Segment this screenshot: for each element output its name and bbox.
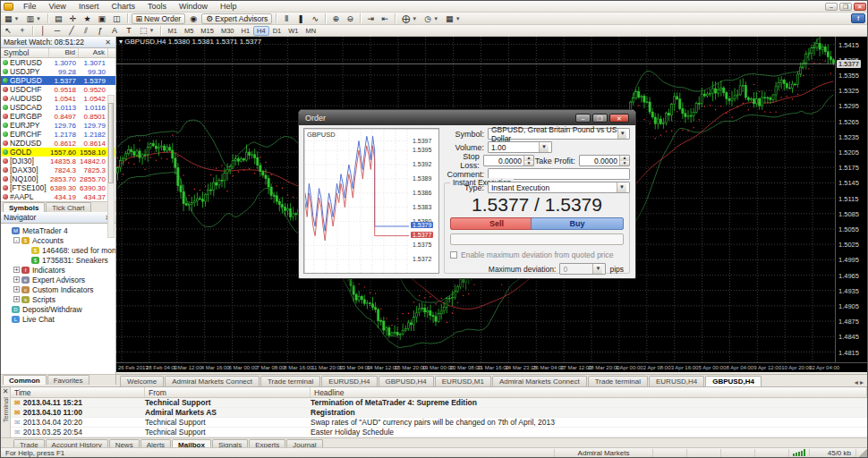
column-headline[interactable]: Headline xyxy=(311,387,867,397)
terminal-toggle[interactable]: ▣ xyxy=(96,13,109,24)
templates-button[interactable]: ▦▼ xyxy=(443,13,463,24)
horizontal-line-tool[interactable]: ─ xyxy=(51,25,64,36)
zoom-in-button[interactable]: ⊕ xyxy=(329,13,342,24)
mail-row[interactable]: ✉2013.04.11 15:21Technical SupportTermin… xyxy=(11,398,867,408)
timeframe-h4[interactable]: H4 xyxy=(253,26,269,36)
market-watch-row[interactable]: EURUSD1.30701.3071 xyxy=(1,58,115,67)
expander-icon[interactable]: + xyxy=(13,267,20,273)
mail-row[interactable]: ✉2013.04.04 20:20Technical SupportSwap r… xyxy=(11,418,867,428)
take-profit-input[interactable]: 0.0000 ▲▼ xyxy=(579,155,630,166)
chart-tab-gbpusd-h4[interactable]: GBPUSD,H4 xyxy=(705,376,762,386)
market-watch-close-icon[interactable]: ✕ xyxy=(103,38,113,47)
column-bid[interactable]: Bid xyxy=(49,48,79,57)
menu-help[interactable]: Help xyxy=(214,1,243,12)
chevron-down-icon[interactable]: ▼ xyxy=(36,16,41,21)
mail-row[interactable]: ✉2013.04.10 11:00Admiral Markets ASRegis… xyxy=(11,408,867,418)
trendline-tool[interactable]: ╱ xyxy=(65,25,78,36)
timeframe-m1[interactable]: M1 xyxy=(164,26,180,36)
tree-item-scripts[interactable]: +sScripts xyxy=(1,294,115,304)
menu-charts[interactable]: Charts xyxy=(105,1,141,12)
community-icon[interactable]: f xyxy=(851,13,865,23)
dialog-maximize-button[interactable]: ❐ xyxy=(592,114,608,123)
expander-icon[interactable]: + xyxy=(13,276,20,283)
chart-tab-eurusd-h4[interactable]: EURUSD,H4 xyxy=(649,376,704,386)
crosshair-tool[interactable]: + xyxy=(16,25,29,36)
menu-view[interactable]: View xyxy=(43,1,72,12)
order-type-select[interactable]: Instant Execution▼ xyxy=(488,182,630,193)
text-tool[interactable]: A xyxy=(108,25,121,36)
chevron-down-icon[interactable]: ▼ xyxy=(539,142,549,152)
chevron-down-icon[interactable]: ▼ xyxy=(617,129,626,139)
tab-symbols[interactable]: Symbols xyxy=(3,202,45,212)
new-order-button[interactable]: ⊞New Order xyxy=(132,13,186,24)
dialog-minimize-button[interactable]: – xyxy=(575,114,591,123)
chevron-down-icon[interactable]: ▼ xyxy=(592,264,602,274)
deviation-checkbox[interactable] xyxy=(450,251,457,259)
expert-advisors-button[interactable]: ⚙Expert Advisors xyxy=(201,13,272,24)
sell-button[interactable]: Sell xyxy=(450,217,543,230)
tree-item-indicators[interactable]: +fIndicators xyxy=(1,265,115,275)
candlestick-button[interactable]: ❚ xyxy=(294,13,307,24)
tab-favorites[interactable]: Favorites xyxy=(47,375,89,385)
bar-chart-button[interactable]: ⦀ xyxy=(280,13,293,24)
tree-item-live-chat[interactable]: LLive Chat xyxy=(1,314,115,324)
strategy-tester-toggle[interactable]: ◫ xyxy=(110,13,123,24)
price-scale[interactable]: 1.54151.53851.53551.53251.52951.52651.52… xyxy=(835,37,867,362)
vertical-line-tool[interactable]: │ xyxy=(37,25,49,36)
order-dialog-titlebar[interactable]: Order – ❐ ✕ xyxy=(299,110,635,125)
market-watch-toggle[interactable]: ▤ xyxy=(52,13,65,24)
tree-item-accounts[interactable]: -$Accounts xyxy=(1,235,115,245)
zoom-out-button[interactable]: ⊖ xyxy=(344,13,356,24)
market-watch-row[interactable]: NZDUSD0.86120.8614 xyxy=(1,139,115,148)
market-watch-row[interactable]: [FTSE100]6389.306390.30 xyxy=(1,183,115,192)
dialog-close-button[interactable]: ✕ xyxy=(609,114,629,123)
expander-icon[interactable]: + xyxy=(13,286,20,293)
chevron-down-icon[interactable]: ▼ xyxy=(617,182,626,192)
market-watch-row[interactable]: AUDUSD1.05411.0542 xyxy=(1,94,115,103)
timeframe-m15[interactable]: M15 xyxy=(197,26,217,36)
column-symbol[interactable]: Symbol xyxy=(1,48,49,57)
auto-scroll-button[interactable]: ⇥ xyxy=(364,13,377,24)
market-watch-row[interactable]: [DJI30]14835.814842.0 xyxy=(1,157,115,165)
line-chart-button[interactable]: ∿ xyxy=(309,13,321,24)
market-watch-row[interactable]: #AAPL434.19434.37 xyxy=(1,192,115,201)
menu-tools[interactable]: Tools xyxy=(141,1,173,12)
market-watch-row[interactable]: GOLD1557.601558.10 xyxy=(1,148,115,157)
market-watch-scrollbar[interactable] xyxy=(107,95,115,238)
shapes-tool[interactable]: ⬚▼ xyxy=(137,25,157,36)
tree-item-metatrader-4[interactable]: MMetaTrader 4 xyxy=(1,225,115,235)
terminal-close-icon[interactable]: ✕ xyxy=(3,387,9,395)
data-window-toggle[interactable]: ✛ xyxy=(66,13,79,24)
label-tool[interactable]: T xyxy=(123,25,135,36)
chart-tab-eurusd-m1[interactable]: EURUSD,M1 xyxy=(435,376,491,386)
tree-item-custom-indicators[interactable]: +cCustom Indicators xyxy=(1,284,115,294)
market-watch-row[interactable]: EURJPY129.76129.79 xyxy=(1,121,115,130)
buy-button[interactable]: Buy xyxy=(531,217,624,230)
market-watch-row[interactable]: [NQ100]2853.702855.70 xyxy=(1,174,115,183)
stop-loss-input[interactable]: 0.0000 ▲▼ xyxy=(483,155,534,166)
channel-tool[interactable]: ⫽ xyxy=(80,25,92,36)
column-ask[interactable]: Ask xyxy=(79,48,108,57)
timeframe-d1[interactable]: D1 xyxy=(269,26,285,36)
fibonacci-tool[interactable]: ƒ xyxy=(94,25,106,36)
tab-scroll-arrows[interactable]: ◂ ▸ xyxy=(855,378,867,386)
chevron-down-icon[interactable]: ▼ xyxy=(433,16,438,21)
chart-shift-button[interactable]: ⇤ xyxy=(379,13,391,24)
symbol-select[interactable]: GBPUSD, Great Britain Pound vs US Dollar… xyxy=(488,128,630,140)
chevron-down-icon[interactable]: ▼ xyxy=(412,16,417,21)
timeframe-m30[interactable]: M30 xyxy=(217,26,238,36)
spinner-arrows-icon[interactable]: ▲▼ xyxy=(619,156,629,165)
tree-item-146468-used-for-monitori[interactable]: $146468: used for monitoring Kor xyxy=(1,245,115,255)
chart-tab-admiral-markets-connect[interactable]: Admiral Markets Connect xyxy=(492,376,587,386)
timeframe-m5[interactable]: M5 xyxy=(181,26,197,36)
time-axis[interactable]: 26 Feb 201328 Feb 04:001 Mar 12:004 Mar … xyxy=(116,362,867,372)
deviation-select[interactable]: 0▼ xyxy=(559,263,606,275)
market-watch-row[interactable]: USDCAD1.01131.0116 xyxy=(1,103,115,112)
chart-tab-trade-terminal[interactable]: Trade terminal xyxy=(260,376,320,386)
chart-tab-eurusd-h4[interactable]: EURUSD,H4 xyxy=(321,376,377,386)
expander-icon[interactable]: - xyxy=(13,237,20,243)
chart-tab-welcome[interactable]: Welcome xyxy=(120,376,164,386)
close-button[interactable]: ✕ xyxy=(854,3,866,11)
chart-tab-admiral-markets-connect[interactable]: Admiral Markets Connect xyxy=(165,376,260,386)
chevron-down-icon[interactable]: ▼ xyxy=(149,28,155,33)
